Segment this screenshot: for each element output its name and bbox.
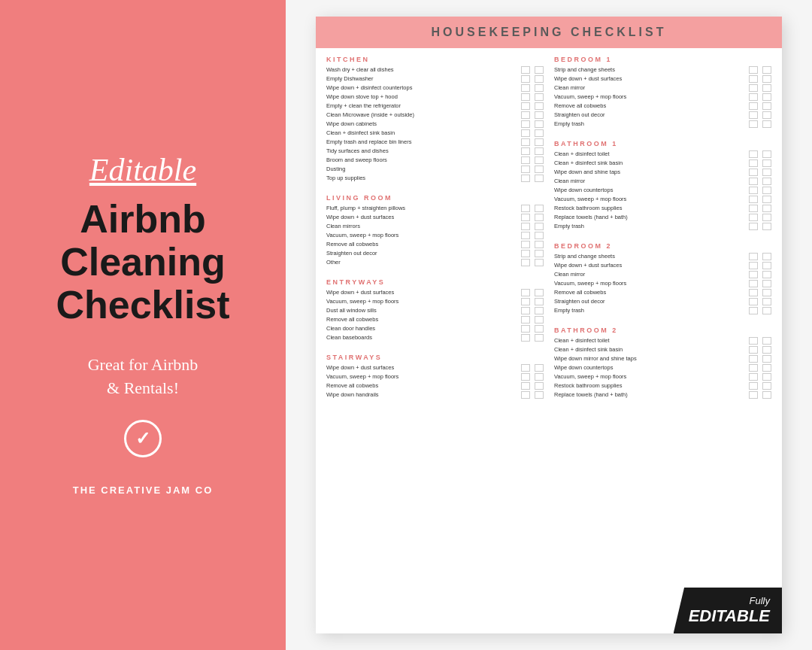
checkbox-2[interactable] (535, 391, 544, 399)
checkbox-1[interactable] (749, 373, 758, 381)
checkbox-2[interactable] (535, 334, 544, 342)
checkbox-2[interactable] (535, 205, 544, 212)
checkbox-2[interactable] (535, 241, 544, 248)
checkbox-2[interactable] (762, 169, 771, 176)
checkbox-1[interactable] (521, 120, 530, 128)
checkbox-2[interactable] (535, 138, 544, 146)
checkbox-2[interactable] (535, 75, 544, 83)
checkbox-1[interactable] (521, 316, 530, 323)
checkbox-1[interactable] (749, 253, 758, 260)
checkbox-2[interactable] (535, 166, 544, 173)
checkbox-2[interactable] (535, 102, 544, 110)
checkbox-1[interactable] (749, 93, 758, 101)
checkbox-1[interactable] (521, 232, 530, 239)
checkbox-2[interactable] (535, 129, 544, 137)
checkbox-2[interactable] (762, 223, 771, 230)
checkbox-1[interactable] (749, 298, 758, 305)
checkbox-1[interactable] (521, 241, 530, 248)
checkbox-2[interactable] (535, 325, 544, 333)
checkbox-1[interactable] (521, 325, 530, 333)
checkbox-1[interactable] (521, 259, 530, 266)
checkbox-1[interactable] (521, 84, 530, 92)
checkbox-2[interactable] (762, 111, 771, 119)
checkbox-2[interactable] (762, 187, 771, 194)
checkbox-2[interactable] (535, 289, 544, 296)
checkbox-1[interactable] (521, 75, 530, 83)
checkbox-1[interactable] (521, 214, 530, 221)
checkbox-1[interactable] (521, 175, 530, 182)
checkbox-1[interactable] (749, 84, 758, 92)
checkbox-1[interactable] (749, 150, 758, 158)
checkbox-2[interactable] (535, 156, 544, 164)
checkbox-1[interactable] (749, 346, 758, 354)
checkbox-1[interactable] (521, 250, 530, 257)
checkbox-1[interactable] (521, 129, 530, 137)
checkbox-2[interactable] (762, 205, 771, 212)
checkbox-1[interactable] (521, 364, 530, 372)
checkbox-1[interactable] (749, 169, 758, 176)
checkbox-1[interactable] (749, 364, 758, 372)
checkbox-1[interactable] (749, 271, 758, 278)
checkbox-1[interactable] (521, 111, 530, 119)
checkbox-1[interactable] (521, 382, 530, 390)
checkbox-1[interactable] (749, 355, 758, 363)
checkbox-2[interactable] (762, 253, 771, 260)
checkbox-1[interactable] (521, 66, 530, 74)
checkbox-2[interactable] (535, 232, 544, 239)
checkbox-2[interactable] (535, 66, 544, 74)
checkbox-2[interactable] (762, 196, 771, 203)
checkbox-1[interactable] (521, 102, 530, 110)
checkbox-2[interactable] (535, 364, 544, 372)
checkbox-1[interactable] (521, 289, 530, 296)
checkbox-1[interactable] (749, 75, 758, 83)
checkbox-2[interactable] (762, 178, 771, 185)
checkbox-2[interactable] (762, 102, 771, 110)
checkbox-1[interactable] (749, 178, 758, 185)
checkbox-1[interactable] (521, 93, 530, 101)
checkbox-2[interactable] (762, 355, 771, 363)
checkbox-2[interactable] (762, 93, 771, 101)
checkbox-1[interactable] (749, 280, 758, 287)
checkbox-2[interactable] (762, 214, 771, 221)
checkbox-1[interactable] (521, 391, 530, 399)
checkbox-2[interactable] (535, 147, 544, 155)
checkbox-2[interactable] (535, 223, 544, 230)
checkbox-2[interactable] (762, 280, 771, 287)
checkbox-2[interactable] (762, 364, 771, 372)
checkbox-2[interactable] (535, 214, 544, 221)
checkbox-2[interactable] (762, 337, 771, 345)
checkbox-1[interactable] (749, 66, 758, 74)
checkbox-1[interactable] (521, 307, 530, 314)
checkbox-2[interactable] (535, 84, 544, 92)
checkbox-2[interactable] (535, 111, 544, 119)
checkbox-2[interactable] (762, 271, 771, 278)
checkbox-1[interactable] (749, 382, 758, 390)
checkbox-1[interactable] (521, 298, 530, 305)
checkbox-1[interactable] (521, 223, 530, 230)
checkbox-2[interactable] (762, 66, 771, 74)
checkbox-2[interactable] (535, 120, 544, 128)
checkbox-1[interactable] (521, 205, 530, 212)
checkbox-2[interactable] (762, 382, 771, 390)
checkbox-2[interactable] (535, 298, 544, 305)
checkbox-2[interactable] (762, 159, 771, 167)
checkbox-2[interactable] (762, 346, 771, 354)
checkbox-1[interactable] (749, 196, 758, 203)
checkbox-2[interactable] (535, 307, 544, 314)
checkbox-2[interactable] (535, 93, 544, 101)
checkbox-1[interactable] (749, 214, 758, 221)
checkbox-2[interactable] (762, 150, 771, 158)
checkbox-2[interactable] (762, 298, 771, 305)
checkbox-1[interactable] (521, 156, 530, 164)
checkbox-2[interactable] (762, 262, 771, 269)
checkbox-1[interactable] (521, 138, 530, 146)
checkbox-2[interactable] (535, 382, 544, 390)
checkbox-2[interactable] (762, 307, 771, 314)
checkbox-1[interactable] (521, 166, 530, 173)
checkbox-2[interactable] (762, 373, 771, 381)
checkbox-1[interactable] (749, 111, 758, 119)
checkbox-1[interactable] (749, 307, 758, 314)
checkbox-1[interactable] (749, 337, 758, 345)
checkbox-1[interactable] (521, 373, 530, 381)
checkbox-1[interactable] (749, 205, 758, 212)
